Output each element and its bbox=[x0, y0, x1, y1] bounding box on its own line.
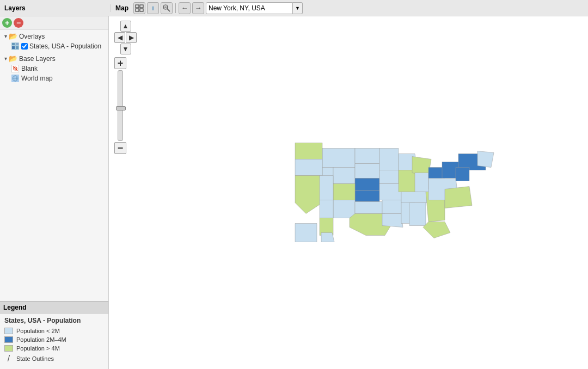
layers-panel-title: Layers bbox=[4, 4, 26, 12]
svg-marker-51 bbox=[295, 143, 322, 159]
back-button[interactable]: ← bbox=[179, 2, 191, 14]
world-map-layer-label: World map bbox=[21, 75, 53, 82]
svg-marker-54 bbox=[320, 176, 333, 200]
base-layers-label: Base Layers bbox=[19, 55, 56, 63]
low-pop-label: Population < 2M bbox=[16, 328, 60, 334]
svg-rect-3 bbox=[140, 9, 143, 11]
forward-button[interactable]: → bbox=[192, 2, 204, 14]
high-pop-label: Population > 4M bbox=[16, 345, 60, 352]
svg-marker-58 bbox=[321, 233, 334, 242]
legend-header: Legend bbox=[0, 302, 108, 313]
base-layers-group: ▾ 📂 Base Layers Blank bbox=[0, 52, 108, 84]
app-container: Layers Map i ← → ▼ bbox=[0, 0, 588, 369]
outline-symbol: / bbox=[4, 354, 13, 364]
svg-marker-32 bbox=[415, 173, 428, 192]
identify-button[interactable] bbox=[161, 2, 173, 14]
base-layers-header[interactable]: ▾ 📂 Base Layers bbox=[0, 53, 108, 64]
svg-marker-52 bbox=[295, 159, 322, 176]
svg-marker-28 bbox=[379, 184, 401, 200]
states-population-checkbox[interactable] bbox=[21, 43, 28, 50]
svg-rect-9 bbox=[16, 43, 19, 45]
add-layer-button[interactable]: + bbox=[2, 18, 12, 28]
legend-item-mid-pop: Population 2M–4M bbox=[4, 336, 104, 343]
location-dropdown[interactable]: ▼ bbox=[293, 2, 303, 14]
location-input[interactable] bbox=[206, 2, 293, 14]
svg-marker-22 bbox=[355, 149, 379, 164]
legend-layer-name: States, USA - Population bbox=[4, 317, 104, 324]
extent-button[interactable] bbox=[133, 2, 145, 14]
usa-map-display bbox=[290, 138, 497, 248]
legend-section: Legend States, USA - Population Populati… bbox=[0, 302, 108, 369]
legend-item-high-pop: Population > 4M bbox=[4, 345, 104, 352]
remove-layer-button[interactable]: − bbox=[14, 18, 23, 28]
svg-marker-42 bbox=[382, 214, 403, 227]
svg-rect-1 bbox=[140, 5, 143, 8]
nav-left-button[interactable]: ◀ bbox=[114, 32, 125, 43]
toolbar: Layers Map i ← → ▼ bbox=[0, 0, 588, 16]
svg-marker-25 bbox=[355, 191, 379, 202]
info-button[interactable]: i bbox=[147, 2, 159, 14]
svg-marker-50 bbox=[445, 187, 472, 208]
blank-layer-label: Blank bbox=[21, 65, 38, 72]
nav-controls: ▲ ◀ ▶ ▼ bbox=[114, 21, 137, 54]
nav-down-button[interactable]: ▼ bbox=[120, 44, 131, 54]
svg-rect-10 bbox=[12, 46, 15, 49]
overlays-expand-icon: ▾ bbox=[2, 33, 9, 40]
map-section: ▲ ◀ ▶ ▼ + − bbox=[109, 16, 588, 369]
zoom-in-button[interactable]: + bbox=[114, 57, 126, 69]
mid-pop-swatch bbox=[4, 336, 13, 343]
map-container[interactable]: ▲ ◀ ▶ ▼ + − bbox=[109, 16, 588, 369]
nav-up-button[interactable]: ▲ bbox=[120, 21, 131, 32]
zoom-slider-track[interactable] bbox=[118, 70, 123, 141]
overlays-label: Overlays bbox=[19, 33, 45, 40]
layers-tree: ▾ 📂 Overlays States, USA - Population bbox=[0, 30, 108, 302]
svg-marker-41 bbox=[382, 200, 401, 214]
svg-marker-44 bbox=[401, 192, 428, 203]
svg-marker-49 bbox=[456, 168, 469, 181]
legend-item-low-pop: Population < 2M bbox=[4, 328, 104, 334]
zoom-out-button[interactable]: − bbox=[114, 142, 126, 154]
svg-rect-0 bbox=[136, 5, 139, 8]
overlays-group: ▾ 📂 Overlays States, USA - Population bbox=[0, 30, 108, 52]
states-population-layer[interactable]: States, USA - Population bbox=[9, 41, 108, 51]
base-layers-children: Blank World map bbox=[9, 64, 108, 83]
svg-marker-57 bbox=[295, 224, 317, 242]
overlays-children: States, USA - Population bbox=[9, 41, 108, 51]
svg-marker-39 bbox=[355, 202, 382, 214]
layers-toolbar: + − bbox=[0, 16, 108, 30]
folder-open-icon: 📂 bbox=[9, 32, 17, 40]
map-panel-title: Map bbox=[115, 4, 128, 12]
svg-line-5 bbox=[167, 9, 170, 11]
svg-marker-47 bbox=[423, 222, 450, 238]
high-pop-swatch bbox=[4, 345, 13, 352]
states-population-label: States, USA - Population bbox=[29, 42, 101, 50]
svg-rect-11 bbox=[16, 46, 19, 49]
blank-layer[interactable]: Blank bbox=[9, 64, 108, 73]
world-map-layer-icon bbox=[11, 75, 20, 82]
nav-right-button[interactable]: ▶ bbox=[126, 32, 137, 43]
main-content: + − ▾ 📂 Overlays bbox=[0, 16, 588, 369]
mid-pop-label: Population 2M–4M bbox=[16, 336, 66, 343]
svg-marker-21 bbox=[333, 168, 355, 184]
svg-marker-55 bbox=[320, 200, 333, 218]
zoom-slider-thumb[interactable] bbox=[116, 106, 126, 110]
states-layer-icon bbox=[11, 42, 20, 50]
svg-marker-24 bbox=[355, 179, 379, 191]
svg-marker-53 bbox=[295, 176, 322, 214]
base-folder-open-icon: 📂 bbox=[9, 54, 17, 63]
svg-marker-37 bbox=[333, 184, 355, 200]
svg-marker-23 bbox=[355, 164, 379, 179]
legend-item-outlines: / State Outlines bbox=[4, 354, 104, 364]
zoom-control: + − bbox=[114, 57, 126, 154]
svg-marker-27 bbox=[379, 170, 399, 184]
left-panel: + − ▾ 📂 Overlays bbox=[0, 16, 109, 369]
svg-marker-36 bbox=[477, 151, 494, 168]
legend-content: States, USA - Population Population < 2M… bbox=[0, 313, 108, 369]
world-map-layer[interactable]: World map bbox=[9, 73, 108, 83]
base-layers-expand-icon: ▾ bbox=[2, 56, 9, 62]
svg-rect-8 bbox=[12, 43, 15, 45]
svg-marker-26 bbox=[379, 149, 399, 170]
overlays-header[interactable]: ▾ 📂 Overlays bbox=[0, 31, 108, 41]
svg-marker-45 bbox=[409, 203, 426, 226]
separator-1 bbox=[175, 3, 176, 13]
